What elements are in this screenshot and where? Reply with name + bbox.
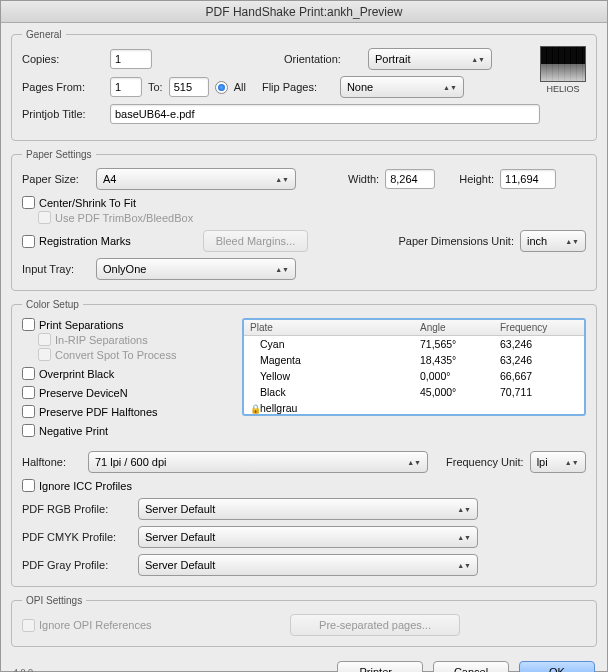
bleed-button: Bleed Margins... <box>203 230 308 252</box>
print-dialog: PDF HandShake Print:ankh_Preview General… <box>0 0 608 672</box>
plate-row: 🔒hellgrau <box>244 400 584 416</box>
height-input[interactable] <box>500 169 556 189</box>
height-label: Height: <box>459 173 494 185</box>
plate-row: Cyan71,565°63,246 <box>244 336 584 352</box>
copies-input[interactable] <box>110 49 152 69</box>
updown-icon: ▲▼ <box>407 460 421 465</box>
gray-select[interactable]: Server Default▲▼ <box>138 554 478 576</box>
version-label: 4.0.0 <box>13 667 33 672</box>
plate-table[interactable]: Plate Angle Frequency Cyan71,565°63,246 … <box>242 318 586 416</box>
pages-from-input[interactable] <box>110 77 142 97</box>
ignore-opi-checkbox: Ignore OPI References <box>22 619 152 632</box>
ok-button[interactable]: OK <box>519 661 595 672</box>
window-title: PDF HandShake Print:ankh_Preview <box>1 1 607 23</box>
color-group: Color Setup Print Separations In-RIP Sep… <box>11 299 597 587</box>
freq-unit-label: Frequency Unit: <box>446 456 524 468</box>
angle-header: Angle <box>414 320 494 335</box>
updown-icon: ▲▼ <box>565 460 579 465</box>
halftone-label: Halftone: <box>22 456 82 468</box>
print-sep-checkbox[interactable]: Print Separations <box>22 318 123 331</box>
updown-icon: ▲▼ <box>275 177 289 182</box>
dim-unit-label: Paper Dimensions Unit: <box>398 235 514 247</box>
plate-row: Black45,000°70,711 <box>244 384 584 400</box>
to-label: To: <box>148 81 163 93</box>
papersize-select[interactable]: A4 ▲▼ <box>96 168 296 190</box>
opi-legend: OPI Settings <box>22 595 86 606</box>
updown-icon: ▲▼ <box>457 563 471 568</box>
jobtitle-input[interactable] <box>110 104 540 124</box>
jobtitle-label: Printjob Title: <box>22 108 104 120</box>
general-group: General HELIOS Copies: Orientation: Port… <box>11 29 597 141</box>
paper-legend: Paper Settings <box>22 149 96 160</box>
inrip-checkbox: In-RIP Separations <box>38 333 148 346</box>
width-input[interactable] <box>385 169 435 189</box>
orientation-label: Orientation: <box>284 53 362 65</box>
paper-group: Paper Settings Paper Size: A4 ▲▼ Width: … <box>11 149 597 291</box>
trimbox-checkbox: Use PDF TrimBox/BleedBox <box>38 211 193 224</box>
all-radio[interactable] <box>215 81 228 94</box>
all-label: All <box>234 81 246 93</box>
overprint-checkbox[interactable]: Overprint Black <box>22 367 114 380</box>
halftone-select[interactable]: 71 lpi / 600 dpi ▲▼ <box>88 451 428 473</box>
freq-unit-select[interactable]: lpi ▲▼ <box>530 451 586 473</box>
cmyk-label: PDF CMYK Profile: <box>22 531 132 543</box>
lock-icon: 🔒 <box>250 404 260 414</box>
rgb-select[interactable]: Server Default▲▼ <box>138 498 478 520</box>
copies-label: Copies: <box>22 53 104 65</box>
flip-select[interactable]: None ▲▼ <box>340 76 464 98</box>
updown-icon: ▲▼ <box>443 85 457 90</box>
helios-logo: HELIOS <box>540 46 586 94</box>
color-legend: Color Setup <box>22 299 83 310</box>
plate-header: Plate <box>244 320 414 335</box>
ignore-icc-checkbox[interactable]: Ignore ICC Profiles <box>22 479 132 492</box>
rgb-label: PDF RGB Profile: <box>22 503 132 515</box>
preserve-devn-checkbox[interactable]: Preserve DeviceN <box>22 386 128 399</box>
tray-select[interactable]: OnlyOne ▲▼ <box>96 258 296 280</box>
flip-label: Flip Pages: <box>262 81 334 93</box>
updown-icon: ▲▼ <box>457 507 471 512</box>
presep-button: Pre-separated pages... <box>290 614 460 636</box>
tray-label: Input Tray: <box>22 263 90 275</box>
pages-from-label: Pages From: <box>22 81 104 93</box>
updown-icon: ▲▼ <box>565 239 579 244</box>
updown-icon: ▲▼ <box>457 535 471 540</box>
regmarks-checkbox[interactable]: Registration Marks <box>22 235 131 248</box>
opi-group: OPI Settings Ignore OPI References Pre-s… <box>11 595 597 647</box>
gray-label: PDF Gray Profile: <box>22 559 132 571</box>
general-legend: General <box>22 29 66 40</box>
cancel-button[interactable]: Cancel <box>433 661 509 672</box>
plate-row: Yellow0,000°66,667 <box>244 368 584 384</box>
pages-to-input[interactable] <box>169 77 209 97</box>
convert-spot-checkbox: Convert Spot To Process <box>38 348 176 361</box>
papersize-label: Paper Size: <box>22 173 90 185</box>
cmyk-select[interactable]: Server Default▲▼ <box>138 526 478 548</box>
preserve-hal-checkbox[interactable]: Preserve PDF Halftones <box>22 405 158 418</box>
updown-icon: ▲▼ <box>471 57 485 62</box>
printer-button[interactable]: Printer... <box>337 661 423 672</box>
freq-header: Frequency <box>494 320 574 335</box>
orientation-select[interactable]: Portrait ▲▼ <box>368 48 492 70</box>
dim-unit-select[interactable]: inch ▲▼ <box>520 230 586 252</box>
width-label: Width: <box>348 173 379 185</box>
plate-row: Magenta18,435°63,246 <box>244 352 584 368</box>
center-shrink-checkbox[interactable]: Center/Shrink To Fit <box>22 196 136 209</box>
negative-checkbox[interactable]: Negative Print <box>22 424 108 437</box>
updown-icon: ▲▼ <box>275 267 289 272</box>
